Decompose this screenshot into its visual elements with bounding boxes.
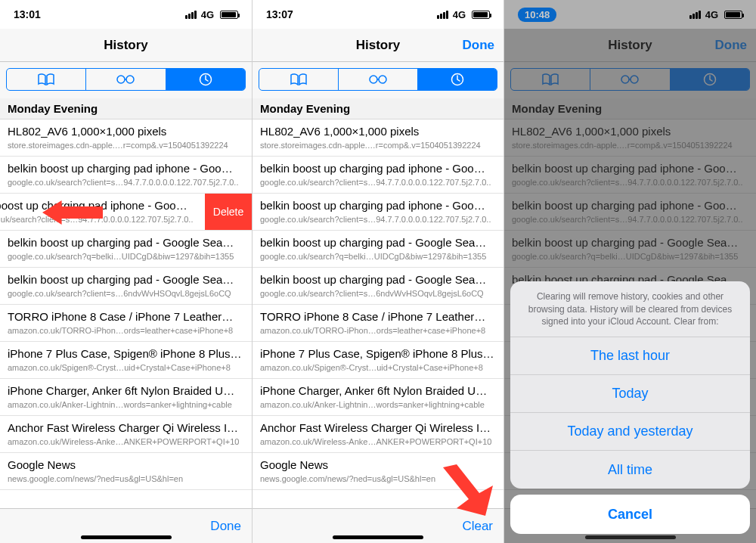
status-bar: 13:01 4G	[0, 0, 252, 29]
bottom-action-button[interactable]: Done	[210, 519, 241, 534]
row-title: HL802_AV6 1,000×1,000 pixels	[8, 125, 244, 139]
home-indicator	[585, 535, 676, 539]
row-subtitle: amazon.co.uk/Spigen®-Cryst…uid+Crystal+C…	[8, 363, 244, 374]
nav-bar: History	[0, 29, 252, 62]
seg-history[interactable]	[671, 69, 749, 90]
status-right: 4G	[185, 9, 238, 20]
row-subtitle: store.storeimages.cdn-apple.…r=comp&.v=1…	[260, 141, 496, 151]
row-subtitle: amazon.co.uk/Spigen®-Cryst…uid+Crystal+C…	[260, 363, 496, 374]
row-title: TORRO iPhone 8 Case / iPhone 7 Leather…	[8, 310, 244, 324]
status-right: 4G	[689, 9, 742, 20]
section-header: Monday Evening	[504, 98, 756, 119]
history-row[interactable]: TORRO iPhone 8 Case / iPhone 7 Leather… …	[0, 305, 252, 342]
history-list[interactable]: HL802_AV6 1,000×1,000 pixels store.store…	[253, 119, 503, 508]
tutorial-arrow-down-right-icon	[438, 464, 499, 508]
history-row[interactable]: belkin boost up charging pad - Google Se…	[0, 268, 252, 305]
row-title: iPhone Charger, Anker 6ft Nylon Braided …	[260, 384, 496, 399]
segmented-control-wrap	[504, 62, 756, 99]
seg-bookmarks[interactable]	[511, 69, 590, 90]
svg-point-0	[117, 76, 125, 83]
row-subtitle: google.co.uk/search?client=s…94.7.7.0.0.…	[512, 215, 748, 225]
row-title: belkin boost up charging pad iphone - Go…	[512, 162, 748, 176]
row-title: belkin boost up charging pad iphone - Go…	[260, 162, 496, 176]
seg-bookmarks[interactable]	[7, 69, 86, 90]
history-row[interactable]: belkin boost up charging pad iphone - Go…	[504, 194, 756, 231]
history-row[interactable]: Google News news.google.com/news/?ned=us…	[0, 453, 252, 490]
action-sheet-option[interactable]: All time	[510, 451, 750, 489]
row-subtitle: google.co.uk/search?q=belki…UIDCgD&biw=1…	[8, 252, 244, 262]
network-label: 4G	[705, 9, 718, 20]
action-sheet-message: Clearing will remove history, cookies an…	[510, 281, 750, 337]
segmented-control-wrap	[0, 62, 252, 99]
time-pill: 10:48	[518, 8, 556, 22]
row-title: TORRO iPhone 8 Case / iPhone 7 Leather…	[260, 310, 496, 324]
signal-icon	[689, 11, 701, 19]
history-row[interactable]: belkin boost up charging pad - Google Se…	[253, 231, 503, 268]
history-row[interactable]: belkin boost up charging pad iphone - Go…	[253, 157, 503, 194]
tutorial-arrow-left-icon	[42, 200, 103, 223]
svg-point-1	[126, 76, 134, 83]
nav-done-button[interactable]: Done	[715, 38, 748, 53]
row-subtitle: store.storeimages.cdn-apple.…r=comp&.v=1…	[8, 141, 244, 151]
nav-title: History	[356, 38, 401, 53]
history-row[interactable]: iPhone Charger, Anker 6ft Nylon Braided …	[253, 379, 503, 416]
history-list[interactable]: HL802_AV6 1,000×1,000 pixels store.store…	[0, 119, 252, 508]
history-row[interactable]: belkin boost up charging pad iphone - Go…	[253, 194, 503, 231]
history-row[interactable]: iPhone 7 Plus Case, Spigen® iPhone 8 Plu…	[0, 342, 252, 379]
seg-reading-list[interactable]	[590, 69, 670, 90]
row-subtitle: amazon.co.uk/TORRO-iPhon…ords=leather+ca…	[8, 326, 244, 337]
home-indicator	[333, 535, 423, 539]
segmented-control	[6, 68, 246, 91]
svg-point-5	[379, 76, 386, 83]
row-title: Google News	[8, 458, 244, 473]
seg-reading-list[interactable]	[339, 69, 418, 90]
svg-point-9	[631, 76, 638, 83]
history-row[interactable]: Anchor Fast Wireless Charger Qi Wireless…	[253, 416, 503, 453]
history-row[interactable]: belkin boost up charging pad iphone - Go…	[504, 157, 756, 194]
section-header: Monday Evening	[253, 98, 503, 119]
row-subtitle: google.co.uk/search?client=s…94.7.7.0.0.…	[512, 178, 748, 188]
row-subtitle: google.co.uk/search?client=s…94.7.7.0.0.…	[260, 178, 496, 188]
seg-history[interactable]	[166, 69, 245, 90]
row-subtitle: google.co.uk/search?client=s…94.7.7.0.0.…	[260, 215, 496, 225]
history-row[interactable]: HL802_AV6 1,000×1,000 pixels store.store…	[253, 119, 503, 157]
row-title: iPhone 7 Plus Case, Spigen® iPhone 8 Plu…	[260, 347, 496, 361]
row-title: belkin boost up charging pad - Google Se…	[260, 236, 496, 250]
swipe-delete-button[interactable]: Delete	[205, 194, 252, 231]
seg-reading-list[interactable]	[86, 69, 166, 90]
nav-bar: History Done	[253, 29, 503, 62]
row-title: HL802_AV6 1,000×1,000 pixels	[512, 125, 748, 139]
history-row[interactable]: HL802_AV6 1,000×1,000 pixels store.store…	[504, 119, 756, 157]
nav-bar: History Done	[504, 29, 756, 62]
history-row[interactable]: HL802_AV6 1,000×1,000 pixels store.store…	[0, 119, 252, 157]
home-indicator	[81, 535, 172, 539]
svg-point-8	[621, 76, 629, 83]
history-row[interactable]: belkin boost up charging pad - Google Se…	[0, 231, 252, 268]
nav-title: History	[104, 38, 148, 53]
seg-bookmarks[interactable]	[259, 69, 339, 90]
row-title: belkin boost up charging pad iphone - Go…	[8, 162, 244, 176]
battery-icon	[220, 11, 238, 19]
signal-icon	[437, 11, 448, 19]
history-row[interactable]: iPhone Charger, Anker 6ft Nylon Braided …	[0, 379, 252, 416]
row-subtitle: store.storeimages.cdn-apple.…r=comp&.v=1…	[512, 141, 748, 151]
svg-point-4	[370, 76, 377, 83]
action-sheet-option[interactable]: Today	[510, 375, 750, 413]
action-sheet-option[interactable]: The last hour	[510, 337, 750, 375]
history-row[interactable]: Anchor Fast Wireless Charger Qi Wireless…	[0, 416, 252, 453]
history-row[interactable]: belkin boost up charging pad - Google Se…	[253, 268, 503, 305]
history-row[interactable]: TORRO iPhone 8 Case / iPhone 7 Leather… …	[253, 305, 503, 342]
history-row[interactable]: belkin boost up charging pad - Google Se…	[504, 231, 756, 268]
seg-history[interactable]	[418, 69, 497, 90]
action-sheet-option[interactable]: Today and yesterday	[510, 413, 750, 451]
action-sheet-cancel[interactable]: Cancel	[510, 495, 750, 534]
row-subtitle: news.google.com/news/?ned=us&gl=US&hl=en	[8, 474, 244, 485]
action-sheet-group: Clearing will remove history, cookies an…	[510, 281, 750, 489]
bottom-action-button[interactable]: Clear	[462, 519, 493, 534]
row-subtitle: amazon.co.uk/Anker-Lightnin…words=anker+…	[8, 400, 244, 411]
history-row[interactable]: belkin boost up charging pad iphone - Go…	[0, 157, 252, 194]
history-row[interactable]: belkin boost up charging pad iphone - Go…	[0, 194, 252, 231]
nav-done-button[interactable]: Done	[463, 38, 495, 53]
history-row[interactable]: iPhone 7 Plus Case, Spigen® iPhone 8 Plu…	[253, 342, 503, 379]
row-title: belkin boost up charging pad iphone - Go…	[260, 199, 496, 213]
